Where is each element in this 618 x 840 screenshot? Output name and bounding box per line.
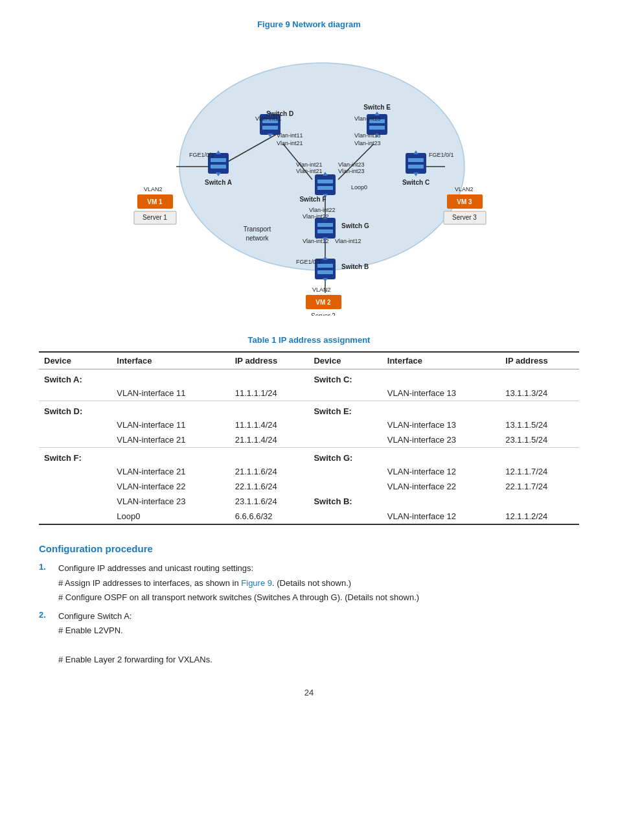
svg-text:Vlan-int11: Vlan-int11 bbox=[255, 115, 282, 122]
col-device-left: Device bbox=[39, 352, 111, 369]
svg-rect-36 bbox=[408, 165, 424, 169]
col-interface-right: Interface bbox=[382, 352, 500, 369]
step-number-1: 1. bbox=[39, 562, 58, 606]
svg-text:Switch F: Switch F bbox=[299, 196, 326, 203]
svg-text:VLAN2: VLAN2 bbox=[455, 186, 474, 192]
svg-rect-29 bbox=[211, 165, 226, 169]
svg-text:Vlan-int13: Vlan-int13 bbox=[354, 115, 381, 122]
svg-text:Switch C: Switch C bbox=[402, 179, 429, 186]
col-device-right: Device bbox=[308, 352, 382, 369]
ip-address-table: Device Interface IP address Device Inter… bbox=[39, 351, 579, 525]
step-detail-2b bbox=[58, 639, 579, 652]
svg-text:Loop0: Loop0 bbox=[351, 184, 367, 191]
svg-text:Vlan-int21: Vlan-int21 bbox=[296, 161, 323, 168]
step-detail-1a: # Assign IP addresses to interfaces, as … bbox=[58, 577, 579, 590]
table-row: Switch D: Switch E: bbox=[39, 401, 579, 418]
svg-text:Server 2: Server 2 bbox=[311, 312, 336, 316]
config-section: Configuration procedure 1. Configure IP … bbox=[39, 543, 579, 668]
svg-text:VM 2: VM 2 bbox=[315, 299, 331, 306]
svg-text:Server 1: Server 1 bbox=[143, 214, 167, 221]
svg-text:Vlan-int21: Vlan-int21 bbox=[277, 140, 303, 146]
col-ip-left: IP address bbox=[230, 352, 309, 369]
svg-text:Server 3: Server 3 bbox=[452, 214, 477, 221]
network-diagram: Switch D Vlan-int11 Vlan-int11 Vlan-int2… bbox=[39, 37, 579, 316]
svg-text:VLAN2: VLAN2 bbox=[144, 186, 163, 192]
step-number-2: 2. bbox=[39, 610, 58, 668]
svg-rect-53 bbox=[315, 218, 336, 239]
page-number: 24 bbox=[39, 688, 579, 697]
svg-text:Switch G: Switch G bbox=[341, 222, 369, 229]
step-detail-1b: # Configure OSPF on all transport networ… bbox=[58, 591, 579, 604]
svg-text:Vlan-int21: Vlan-int21 bbox=[296, 168, 323, 174]
step-detail-2a: # Enable L2VPN. bbox=[58, 624, 579, 637]
svg-text:Transport: Transport bbox=[244, 226, 271, 233]
step-content-1: Configure IP addresses and unicast routi… bbox=[58, 562, 579, 606]
svg-rect-55 bbox=[317, 229, 333, 233]
svg-text:Vlan-int12: Vlan-int12 bbox=[335, 238, 361, 244]
svg-marker-66 bbox=[323, 278, 328, 282]
svg-text:Vlan-int22: Vlan-int22 bbox=[309, 207, 336, 213]
svg-text:Vlan-int13: Vlan-int13 bbox=[354, 132, 381, 139]
step-main-2: Configure Switch A: bbox=[58, 610, 579, 623]
col-interface-left: Interface bbox=[111, 352, 229, 369]
step-main-1: Configure IP addresses and unicast routi… bbox=[58, 562, 579, 575]
svg-text:Switch A: Switch A bbox=[205, 179, 232, 186]
svg-text:Vlan-int23: Vlan-int23 bbox=[338, 161, 365, 168]
table-row: VLAN-interface 21 21.1.1.4/24 VLAN-inter… bbox=[39, 432, 579, 448]
svg-text:Vlan-int23: Vlan-int23 bbox=[354, 140, 381, 146]
svg-rect-35 bbox=[408, 158, 424, 162]
svg-text:VM 3: VM 3 bbox=[457, 198, 472, 205]
svg-text:FGE1/0/1: FGE1/0/1 bbox=[429, 152, 454, 158]
svg-rect-34 bbox=[406, 153, 426, 174]
svg-text:Vlan-int22: Vlan-int22 bbox=[303, 213, 329, 220]
svg-text:Vlan-int23: Vlan-int23 bbox=[338, 168, 365, 174]
table-row: Switch A: Switch C: bbox=[39, 369, 579, 386]
svg-rect-54 bbox=[317, 223, 333, 227]
table-row: Loop0 6.6.6.6/32 VLAN-interface 12 12.1.… bbox=[39, 509, 579, 524]
figure-title: Figure 9 Network diagram bbox=[39, 19, 579, 29]
svg-rect-43 bbox=[317, 186, 333, 190]
table-row: VLAN-interface 22 22.1.1.6/24 VLAN-inter… bbox=[39, 479, 579, 494]
table-row: VLAN-interface 11 11.1.1.4/24 VLAN-inter… bbox=[39, 417, 579, 432]
svg-rect-41 bbox=[315, 174, 336, 195]
svg-rect-42 bbox=[317, 180, 333, 183]
table-row: Switch F: Switch G: bbox=[39, 448, 579, 465]
svg-text:Switch B: Switch B bbox=[341, 263, 369, 270]
svg-rect-28 bbox=[211, 158, 226, 162]
table-row: VLAN-interface 21 21.1.1.6/24 VLAN-inter… bbox=[39, 464, 579, 479]
svg-text:Switch E: Switch E bbox=[363, 104, 391, 111]
table-row: VLAN-interface 23 23.1.1.6/24 Switch B: bbox=[39, 494, 579, 509]
svg-text:FGE1/0/1: FGE1/0/1 bbox=[189, 152, 214, 158]
step-content-2: Configure Switch A: # Enable L2VPN. # En… bbox=[58, 610, 579, 668]
config-step-2: 2. Configure Switch A: # Enable L2VPN. #… bbox=[39, 610, 579, 668]
svg-text:Vlan-int12: Vlan-int12 bbox=[303, 238, 329, 244]
figure-link[interactable]: Figure 9 bbox=[241, 578, 272, 588]
table-title: Table 1 IP address assignment bbox=[39, 335, 579, 345]
step-detail-2c: # Enable Layer 2 forwarding for VXLANs. bbox=[58, 653, 579, 666]
col-ip-right: IP address bbox=[500, 352, 579, 369]
svg-rect-11 bbox=[262, 126, 278, 130]
config-steps: 1. Configure IP addresses and unicast ro… bbox=[39, 562, 579, 668]
svg-text:FGE1/0/1: FGE1/0/1 bbox=[296, 259, 321, 265]
svg-text:Vlan-int11: Vlan-int11 bbox=[277, 132, 303, 139]
config-title: Configuration procedure bbox=[39, 543, 579, 554]
svg-text:network: network bbox=[246, 235, 269, 242]
svg-rect-64 bbox=[317, 270, 333, 274]
svg-text:VM 1: VM 1 bbox=[147, 198, 163, 205]
table-row: VLAN-interface 11 11.1.1.1/24 VLAN-inter… bbox=[39, 386, 579, 401]
svg-text:VLAN2: VLAN2 bbox=[312, 286, 331, 293]
svg-rect-20 bbox=[369, 126, 385, 130]
config-step-1: 1. Configure IP addresses and unicast ro… bbox=[39, 562, 579, 606]
